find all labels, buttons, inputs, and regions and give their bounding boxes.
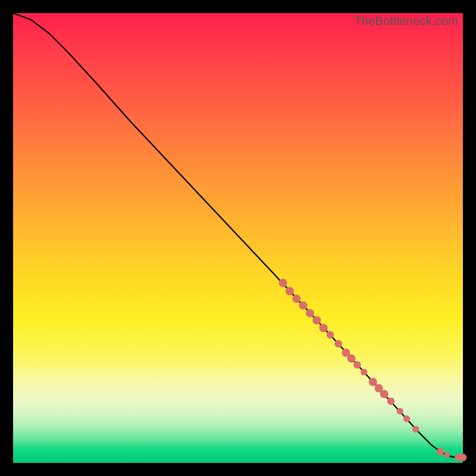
data-marker — [320, 324, 328, 332]
data-marker — [361, 369, 367, 375]
data-marker — [397, 408, 403, 415]
data-marker — [292, 295, 300, 303]
data-marker — [279, 279, 287, 287]
data-marker — [347, 355, 356, 363]
curve-line — [13, 13, 463, 458]
data-marker — [459, 454, 467, 462]
data-marker — [327, 331, 334, 339]
data-marker — [299, 301, 308, 309]
data-marker — [306, 309, 314, 317]
data-marker — [380, 390, 389, 398]
data-marker — [437, 448, 444, 456]
data-marker — [412, 426, 419, 433]
data-marker — [312, 316, 321, 324]
chart-stage: TheBottleneck.com — [0, 0, 476, 476]
chart-svg — [13, 13, 463, 463]
data-marker — [369, 378, 377, 386]
marker-group — [279, 279, 467, 462]
data-marker — [403, 415, 410, 422]
plot-area: TheBottleneck.com — [13, 13, 463, 463]
data-marker — [353, 361, 361, 369]
data-marker — [334, 340, 342, 347]
data-marker — [444, 452, 450, 458]
data-marker — [387, 397, 395, 405]
data-marker — [286, 287, 294, 295]
